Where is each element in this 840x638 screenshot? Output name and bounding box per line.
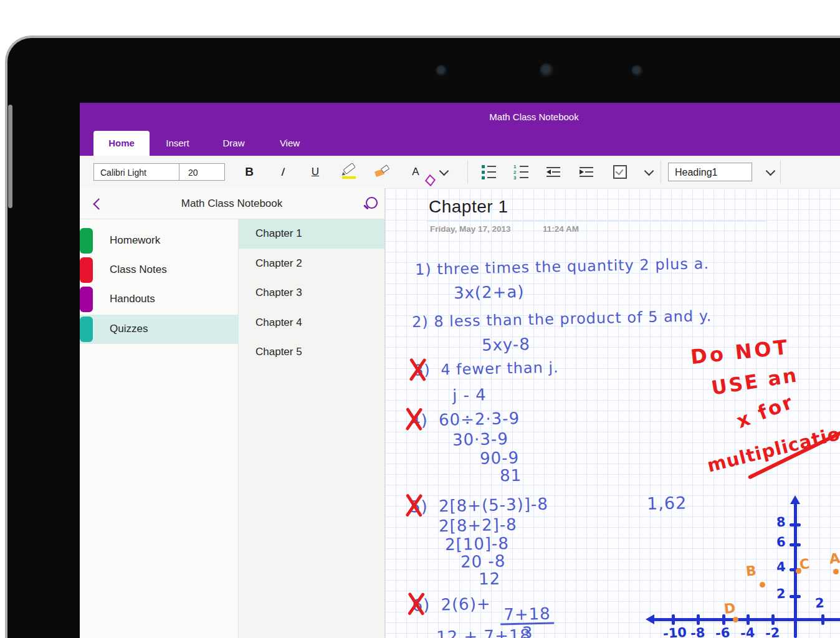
highlighter-button[interactable] — [338, 161, 360, 183]
tab-draw[interactable]: Draw — [206, 131, 262, 156]
ink-text: 60÷2·3-9 — [439, 409, 520, 429]
page-time: 11:24 AM — [543, 224, 579, 234]
x-axis-label: -8 — [690, 625, 705, 638]
ink-line: 2) 8 less than the product of 5 and y. — [412, 307, 712, 331]
warning-ink-line: x for — [733, 390, 797, 432]
camera-dot-icon — [436, 65, 447, 77]
font-size-select[interactable]: 20 — [179, 163, 225, 181]
tab-view[interactable]: View — [262, 131, 318, 156]
underline-button[interactable]: U — [304, 161, 327, 183]
x-tick — [697, 614, 700, 625]
ink-text-underlined: 7+18 — [484, 626, 531, 638]
page-label: Chapter 5 — [255, 346, 302, 358]
ink-line-crossed: 5) 2[8+(5-3)]-8 — [410, 495, 548, 517]
page-label: Chapter 2 — [255, 257, 302, 270]
camera-dot-icon — [631, 65, 643, 77]
x-axis-label: -6 — [715, 625, 730, 638]
format-painter-icon — [375, 165, 389, 179]
x-tick — [747, 614, 750, 625]
section-label: Homework — [110, 234, 160, 247]
sidebar-header: Math Class Notebook — [80, 188, 384, 219]
ink-line: 5xy-8 — [482, 335, 530, 355]
plotted-point — [833, 569, 839, 574]
ink-line: 90-9 — [480, 448, 520, 467]
increase-indent-button[interactable] — [575, 161, 598, 183]
app-titlebar: Math Class Notebook — [80, 103, 840, 131]
ink-text: 2(6)+ — [441, 594, 491, 614]
warning-ink-line: Do NOT — [689, 335, 791, 369]
style-dropdown-button[interactable] — [759, 161, 781, 183]
chevron-down-icon — [765, 166, 775, 176]
sidebar-notebook-title: Math Class Notebook — [181, 198, 283, 210]
decrease-indent-button[interactable] — [542, 161, 565, 183]
plotted-point — [760, 582, 765, 588]
decrease-indent-icon — [546, 166, 560, 178]
page-item-chapter-5[interactable]: Chapter 5 — [239, 338, 384, 367]
ink-line: 12 — [479, 569, 501, 589]
note-canvas[interactable]: Chapter 1 Friday, May 17, 2013 11:24 AM … — [384, 188, 840, 638]
checkbox-icon — [613, 165, 627, 179]
y-axis-label: 4 — [776, 559, 786, 575]
bullet-list-button[interactable] — [477, 161, 500, 183]
plotted-point — [733, 617, 738, 622]
bold-button[interactable]: B — [238, 161, 260, 183]
increase-indent-icon — [580, 166, 593, 178]
back-chevron-icon[interactable] — [93, 198, 104, 209]
ink-line: 3x(2+a) — [454, 282, 525, 302]
page-item-chapter-3[interactable]: Chapter 3 — [239, 279, 384, 308]
tab-insert[interactable]: Insert — [150, 131, 206, 156]
section-color-tab — [80, 228, 93, 254]
more-formatting-button[interactable] — [432, 161, 455, 183]
style-selector[interactable]: Heading1 — [668, 163, 752, 181]
ink-line: 2[8+2]-8 — [439, 515, 517, 536]
section-color-tab — [80, 287, 93, 312]
sidebar-item-homework[interactable]: Homework — [80, 226, 239, 255]
fraction-numerator: 7+18 — [500, 606, 554, 626]
item-number: 5) — [410, 497, 428, 517]
italic-button[interactable]: I — [270, 161, 295, 183]
ink-line: 30·3-9 — [452, 429, 508, 449]
numbered-list-icon: 1 2 3 — [513, 165, 528, 179]
tablet-edge-button — [8, 105, 12, 208]
chevron-down-icon — [644, 166, 654, 176]
format-painter-button[interactable] — [371, 161, 393, 183]
y-tick — [790, 543, 801, 546]
search-icon[interactable] — [366, 197, 378, 209]
page-label: Chapter 4 — [255, 317, 302, 329]
sidebar-item-quizzes[interactable]: Quizzes — [80, 315, 239, 344]
sidebar-item-class-notes[interactable]: Class Notes — [80, 255, 239, 285]
page-date: Friday, May 17, 2013 — [430, 224, 511, 234]
page-item-chapter-1[interactable]: Chapter 1 — [239, 219, 384, 249]
y-axis-label: 2 — [776, 586, 786, 602]
page-item-chapter-4[interactable]: Chapter 4 — [239, 308, 384, 338]
highlighter-icon — [341, 165, 356, 179]
x-tick — [771, 614, 775, 625]
onenote-app-window: Math Class Notebook Home Insert Draw Vie… — [80, 103, 840, 638]
font-name-select[interactable]: Calibri Light — [93, 163, 179, 181]
page-label: Chapter 1 — [255, 227, 302, 240]
font-color-button[interactable]: A — [404, 161, 427, 183]
page-item-chapter-2[interactable]: Chapter 2 — [239, 249, 384, 279]
section-label: Class Notes — [110, 264, 167, 276]
section-color-tab — [80, 257, 93, 283]
ink-text: 2[8+(5-3)]-8 — [439, 495, 548, 516]
point-label: B — [745, 563, 757, 579]
ink-line: 20 -8 — [461, 551, 506, 571]
sidebar-item-handouts[interactable]: Handouts — [80, 285, 239, 314]
coordinate-plane: -10 -8 -6 -4 -2 2 8 6 4 2 A B C D — [647, 491, 840, 638]
x-axis-label: -4 — [740, 625, 755, 638]
more-tags-button[interactable] — [637, 161, 660, 183]
page-title: Chapter 1 — [429, 197, 508, 217]
todo-tag-button[interactable] — [609, 161, 631, 183]
toolbar-divider — [661, 161, 661, 183]
section-label: Handouts — [110, 293, 155, 305]
toolbar-divider — [780, 161, 781, 183]
numbered-list-button[interactable]: 1 2 3 — [510, 161, 532, 183]
point-label: C — [799, 556, 811, 573]
item-number: 6) — [412, 596, 430, 615]
tab-home[interactable]: Home — [93, 131, 150, 156]
section-label: Quizzes — [110, 323, 148, 335]
ink-line: 81 — [500, 466, 522, 485]
ink-line: 1) three times the quantity 2 plus a. — [415, 255, 709, 279]
x-tick — [821, 614, 824, 625]
